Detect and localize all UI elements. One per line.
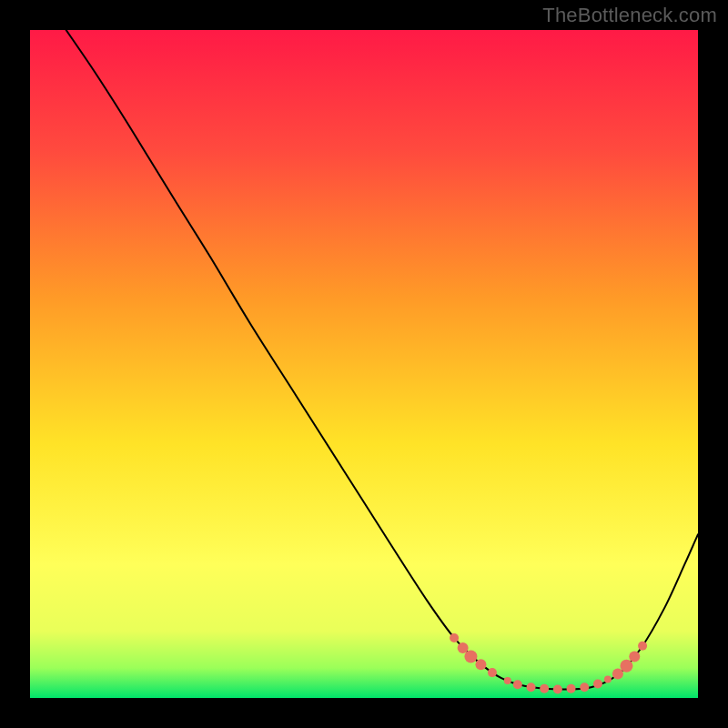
bottleneck-curve [66,30,698,690]
highlight-dot [567,684,576,693]
highlight-dot [593,680,602,689]
highlight-dot [458,642,469,653]
highlight-dot [540,684,549,693]
highlight-dot [450,633,459,642]
highlight-dot [527,682,536,692]
highlight-dot [620,660,632,672]
highlight-dot [488,668,497,677]
chart-frame: TheBottleneck.com [0,0,728,728]
highlight-dot [553,684,562,693]
plot-area [30,30,698,698]
highlight-dot [513,680,522,689]
highlight-dot [612,669,623,680]
highlight-dot [580,682,589,692]
highlight-dot [638,642,647,651]
highlight-dot [629,651,640,662]
highlight-dot [464,650,477,662]
highlight-dot [504,677,511,684]
highlight-dot [604,675,612,682]
curve-layer [30,30,698,698]
watermark-text: TheBottleneck.com [542,4,717,27]
plot-inner [30,30,698,698]
highlight-dot [475,659,486,670]
